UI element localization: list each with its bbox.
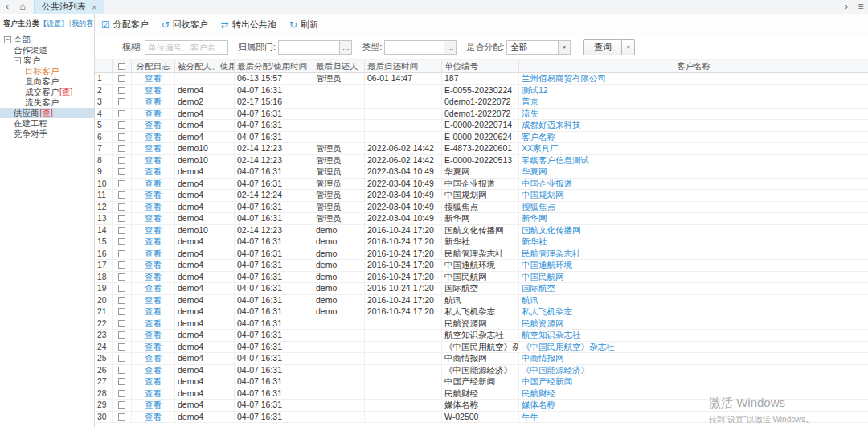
recycle-customer-button[interactable]: ↺ 回收客户 — [162, 18, 208, 31]
row-checkbox[interactable] — [118, 215, 125, 222]
view-log-link[interactable]: 查看 — [145, 85, 162, 95]
customer-name-link[interactable]: 华夏网 — [522, 166, 547, 176]
view-log-link[interactable]: 查看 — [145, 120, 162, 129]
row-checkbox[interactable] — [118, 168, 125, 175]
collapse-icon[interactable]: − — [14, 57, 21, 64]
customer-name-link[interactable]: 中国通航环境 — [522, 260, 572, 269]
tree-item-7[interactable]: 供应商[查] — [0, 108, 94, 118]
customer-name-link[interactable]: 新华社 — [522, 236, 547, 246]
tree-item-9[interactable]: 竞争对手 — [0, 129, 94, 139]
view-log-link[interactable]: 查看 — [145, 260, 162, 269]
customer-name-link[interactable]: 中国产经新闻 — [522, 376, 572, 386]
customer-name-link[interactable]: 零线客户信息测试 — [522, 155, 589, 165]
customer-name-link[interactable]: 航空知识杂志社 — [522, 330, 581, 339]
customer-name-link[interactable]: 媒体名称 — [522, 400, 555, 409]
tab-public-pool-list[interactable]: 公共池列表 × — [34, 0, 104, 14]
tree-item-8[interactable]: 在建工程 — [0, 118, 94, 129]
customer-name-link[interactable]: 国航文化传播网 — [522, 225, 581, 235]
tree-item-1[interactable]: 合作渠道 — [0, 45, 94, 55]
home-icon[interactable]: ⌂ — [14, 0, 31, 14]
view-log-link[interactable]: 查看 — [145, 202, 162, 211]
view-log-link[interactable]: 查看 — [145, 365, 162, 375]
view-log-link[interactable]: 查看 — [145, 295, 162, 305]
assigned-select[interactable]: 全部 ▼ — [506, 40, 571, 55]
customer-name-link[interactable]: 流失 — [522, 109, 538, 118]
collapse-icon[interactable]: − — [4, 36, 11, 43]
row-checkbox[interactable] — [118, 367, 125, 374]
view-log-link[interactable]: 查看 — [145, 400, 162, 409]
my-customer-view-link[interactable]: 我的客户视图 — [72, 19, 94, 27]
row-checkbox[interactable] — [118, 261, 125, 269]
customer-name-link[interactable]: 民航管理杂志社 — [522, 248, 581, 258]
department-picker-icon[interactable]: … — [339, 41, 351, 54]
row-checkbox[interactable] — [118, 343, 125, 351]
row-checkbox[interactable] — [118, 203, 125, 211]
row-checkbox[interactable] — [118, 355, 125, 362]
forward-icon[interactable]: › — [839, 0, 854, 14]
view-log-link[interactable]: 查看 — [145, 330, 162, 339]
assign-customer-button[interactable]: ☑ 分配客户 — [101, 18, 149, 31]
row-checkbox[interactable] — [118, 110, 125, 117]
view-log-link[interactable]: 查看 — [145, 236, 162, 246]
customer-name-link[interactable]: 中国企业报道 — [522, 179, 572, 188]
row-checkbox[interactable] — [118, 238, 125, 245]
view-log-link[interactable]: 查看 — [145, 213, 162, 223]
tree-item-5[interactable]: 成交客户[查] — [0, 87, 94, 97]
row-checkbox[interactable] — [118, 401, 125, 409]
customer-name-link[interactable]: 国际航空 — [522, 283, 555, 293]
customer-name-link[interactable]: 民航资源网 — [522, 318, 564, 328]
customer-name-link[interactable]: 民航财经 — [522, 388, 555, 398]
view-log-link[interactable]: 查看 — [145, 318, 162, 328]
view-log-link[interactable]: 查看 — [145, 412, 162, 421]
customer-name-link[interactable]: 私人飞机杂志 — [522, 306, 572, 316]
view-log-link[interactable]: 查看 — [145, 179, 162, 188]
view-log-link[interactable]: 查看 — [145, 306, 162, 316]
view-log-link[interactable]: 查看 — [145, 166, 162, 176]
view-log-link[interactable]: 查看 — [145, 283, 162, 293]
row-checkbox[interactable] — [118, 413, 125, 421]
customer-name-link[interactable]: 中国规划网 — [522, 190, 564, 199]
refresh-button[interactable]: ↻ 刷新 — [289, 18, 318, 31]
row-checkbox[interactable] — [118, 273, 125, 281]
row-checkbox[interactable] — [118, 320, 125, 327]
view-log-link[interactable]: 查看 — [145, 272, 162, 281]
row-checkbox[interactable] — [118, 331, 125, 339]
view-log-link[interactable]: 查看 — [145, 190, 162, 199]
view-log-link[interactable]: 查看 — [145, 248, 162, 258]
row-checkbox[interactable] — [118, 378, 125, 385]
row-checkbox[interactable] — [118, 285, 125, 292]
type-picker-icon[interactable]: … — [444, 41, 456, 54]
view-log-link[interactable]: 查看 — [145, 155, 162, 165]
view-log-link[interactable]: 查看 — [145, 225, 162, 235]
row-checkbox[interactable] — [118, 121, 125, 129]
row-checkbox[interactable] — [118, 98, 125, 105]
row-checkbox[interactable] — [118, 157, 125, 164]
customer-name-link[interactable]: 成都好迈来科技 — [522, 120, 581, 129]
row-checkbox[interactable] — [118, 180, 125, 187]
query-button[interactable]: 查询 — [583, 39, 622, 55]
row-checkbox[interactable] — [118, 390, 125, 397]
department-input[interactable] — [279, 41, 339, 54]
customer-name-link[interactable]: 新华网 — [522, 213, 547, 223]
category-settings-link[interactable]: 【设置】 — [39, 19, 68, 27]
type-input[interactable] — [385, 41, 444, 54]
row-checkbox[interactable] — [118, 227, 125, 234]
tree-item-3[interactable]: 目标客户 — [0, 66, 94, 76]
view-log-link[interactable]: 查看 — [145, 342, 162, 351]
view-log-link[interactable]: 查看 — [145, 109, 162, 118]
row-checkbox[interactable] — [118, 250, 125, 257]
row-checkbox[interactable] — [118, 75, 125, 82]
customer-name-link[interactable]: 《中国能源经济》 — [522, 365, 589, 375]
row-checkbox[interactable] — [118, 133, 125, 141]
customer-name-link[interactable]: 中商情报网 — [522, 353, 564, 363]
row-checkbox[interactable] — [118, 145, 125, 152]
row-checkbox[interactable] — [118, 191, 125, 199]
customer-name-link[interactable]: 航讯 — [522, 295, 538, 305]
row-checkbox[interactable] — [118, 308, 125, 315]
query-dropdown-icon[interactable]: ▼ — [622, 39, 635, 55]
select-all-checkbox[interactable] — [118, 63, 125, 70]
view-log-link[interactable]: 查看 — [145, 132, 162, 142]
customer-name-link[interactable]: 客户名称 — [522, 132, 555, 142]
customer-name-link[interactable]: 搜狐焦点 — [522, 202, 555, 211]
customer-name-link[interactable]: 中国民航网 — [522, 272, 564, 281]
